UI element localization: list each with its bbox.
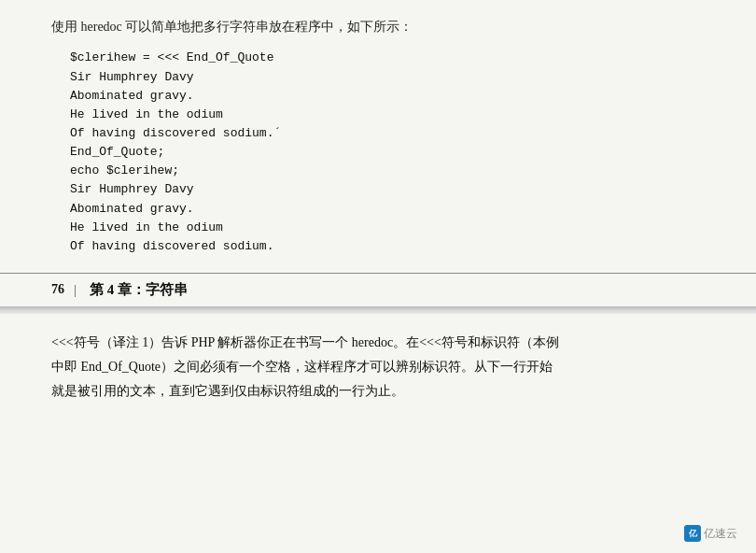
intro-text: 使用 heredoc 可以简单地把多行字符串放在程序中，如下所示： — [51, 17, 705, 37]
watermark-label: 亿速云 — [704, 526, 737, 542]
watermark: 亿 亿速云 — [684, 525, 737, 542]
book-footer: 76 | 第 4 章：字符串 — [0, 273, 756, 306]
code-line: $clerihew = <<< End_Of_Quote — [70, 49, 705, 67]
watermark-logo: 亿 — [684, 525, 701, 542]
code-line: Abominated gravy. — [70, 200, 705, 219]
code-line: He lived in the odium — [70, 106, 705, 124]
page-divider — [0, 306, 756, 314]
code-line: Abominated gravy. — [70, 87, 705, 106]
page-container: 使用 heredoc 可以简单地把多行字符串放在程序中，如下所示： $cleri… — [0, 0, 756, 553]
chapter-title: 第 4 章：字符串 — [90, 281, 188, 299]
body-text: <<<符号（译注 1）告诉 PHP 解析器你正在书写一个 heredoc。在<<… — [51, 331, 705, 404]
code-line: echo $clerihew; — [70, 162, 705, 180]
code-line: Sir Humphrey Davy — [70, 180, 705, 199]
page-number: 76 — [51, 282, 64, 297]
watermark-logo-char: 亿 — [689, 528, 697, 540]
code-line: Sir Humphrey Davy — [70, 68, 705, 87]
book-page-bottom: <<<符号（译注 1）告诉 PHP 解析器你正在书写一个 heredoc。在<<… — [0, 314, 756, 553]
code-block: $clerihew = <<< End_Of_QuoteSir Humphrey… — [70, 49, 705, 256]
book-page-top: 使用 heredoc 可以简单地把多行字符串放在程序中，如下所示： $cleri… — [0, 0, 756, 273]
code-line: End_Of_Quote; — [70, 143, 705, 162]
code-line: Of having discovered sodium. — [70, 237, 705, 256]
code-line: He lived in the odium — [70, 219, 705, 237]
footer-separator: | — [74, 282, 77, 298]
code-line: Of having discovered sodium.´ — [70, 124, 705, 143]
